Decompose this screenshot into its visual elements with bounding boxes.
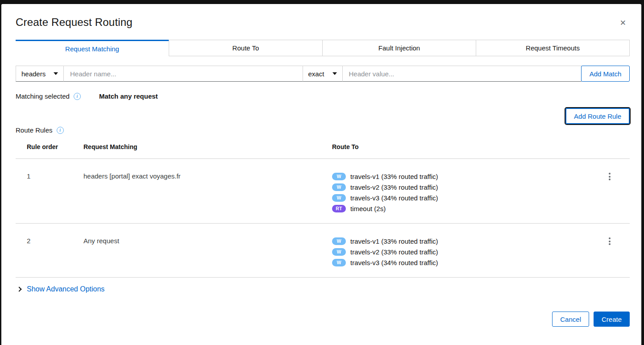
show-advanced-options-link[interactable]: Show Advanced Options bbox=[27, 285, 104, 293]
column-header-request-matching: Request Matching bbox=[83, 143, 332, 150]
rule-order-cell: 1 bbox=[16, 171, 83, 214]
route-entry: W travels-v3 (34% routed traffic) bbox=[332, 192, 590, 203]
weight-badge: W bbox=[332, 259, 346, 266]
weight-badge: W bbox=[332, 173, 346, 180]
tab-label: Request Matching bbox=[65, 45, 119, 53]
route-entry: W travels-v2 (33% routed traffic) bbox=[332, 246, 590, 257]
info-icon[interactable]: i bbox=[57, 127, 64, 134]
chevron-down-icon bbox=[54, 72, 58, 75]
advanced-options-row: Show Advanced Options bbox=[16, 285, 630, 293]
page-title: Create Request Routing bbox=[16, 16, 630, 29]
header-value-input[interactable] bbox=[342, 66, 582, 82]
route-entry: W travels-v1 (33% routed traffic) bbox=[332, 171, 590, 182]
modal-footer: Cancel Create bbox=[16, 312, 630, 327]
route-entry: W travels-v3 (34% routed traffic) bbox=[332, 257, 590, 268]
matching-selected-value: Match any request bbox=[99, 92, 158, 100]
add-route-rule-button[interactable]: Add Route Rule bbox=[565, 108, 630, 124]
route-entry-text: travels-v2 (33% routed traffic) bbox=[350, 248, 438, 256]
kebab-menu-icon[interactable] bbox=[605, 236, 614, 247]
tab-request-matching[interactable]: Request Matching bbox=[16, 40, 169, 56]
route-entry: RT timeout (2s) bbox=[332, 203, 590, 214]
match-builder: headers exact Add Match bbox=[16, 66, 630, 82]
weight-badge: W bbox=[332, 237, 346, 245]
dialog-backdrop: Create Request Routing ✕ Request Matchin… bbox=[0, 0, 644, 345]
table-row: 2 Any request W travels-v1 (33% routed t… bbox=[16, 224, 630, 278]
chevron-down-icon bbox=[332, 72, 337, 75]
tab-fault-injection[interactable]: Fault Injection bbox=[322, 40, 476, 56]
header-name-input[interactable] bbox=[63, 66, 303, 82]
route-entry-text: travels-v3 (34% routed traffic) bbox=[350, 194, 438, 202]
route-entry-text: travels-v3 (34% routed traffic) bbox=[350, 259, 438, 266]
route-rules-heading: Route Rules i bbox=[16, 126, 630, 134]
weight-badge: W bbox=[332, 183, 346, 191]
request-matching-cell: headers [portal] exact voyages.fr bbox=[83, 171, 332, 214]
tab-label: Request Timeouts bbox=[526, 44, 580, 52]
table-header-row: Rule order Request Matching Route To bbox=[16, 143, 630, 159]
tab-request-timeouts[interactable]: Request Timeouts bbox=[476, 40, 630, 56]
weight-badge: W bbox=[332, 248, 346, 256]
info-icon[interactable]: i bbox=[74, 93, 81, 100]
route-to-cell: W travels-v1 (33% routed traffic) W trav… bbox=[332, 171, 590, 214]
column-header-actions bbox=[590, 143, 630, 150]
match-category-select[interactable]: headers bbox=[16, 66, 64, 82]
request-timeout-badge: RT bbox=[332, 205, 346, 212]
column-header-rule-order: Rule order bbox=[16, 143, 83, 150]
route-entry-text: travels-v1 (33% routed traffic) bbox=[350, 173, 438, 180]
route-to-cell: W travels-v1 (33% routed traffic) W trav… bbox=[332, 236, 590, 268]
match-operator-select[interactable]: exact bbox=[303, 66, 343, 82]
route-entry-text: travels-v1 (33% routed traffic) bbox=[350, 237, 438, 245]
column-header-route-to: Route To bbox=[332, 143, 590, 150]
tab-label: Fault Injection bbox=[378, 44, 420, 52]
route-entry: W travels-v1 (33% routed traffic) bbox=[332, 236, 590, 246]
create-request-routing-modal: Create Request Routing ✕ Request Matchin… bbox=[1, 4, 641, 345]
match-operator-value: exact bbox=[308, 70, 324, 78]
close-icon[interactable]: ✕ bbox=[620, 19, 626, 27]
tab-route-to[interactable]: Route To bbox=[169, 40, 322, 56]
cancel-button[interactable]: Cancel bbox=[552, 312, 589, 327]
route-entry-text: travels-v2 (33% routed traffic) bbox=[350, 183, 438, 191]
chevron-right-icon[interactable] bbox=[17, 287, 21, 291]
request-matching-cell: Any request bbox=[83, 236, 332, 268]
kebab-menu-icon[interactable] bbox=[605, 171, 614, 183]
tab-label: Route To bbox=[233, 44, 259, 52]
weight-badge: W bbox=[332, 194, 346, 202]
matching-selected-label: Matching selected bbox=[16, 92, 70, 100]
route-entry-text: timeout (2s) bbox=[350, 205, 386, 212]
matching-selected-row: Matching selected i Match any request bbox=[16, 92, 630, 100]
wizard-tabs: Request Matching Route To Fault Injectio… bbox=[16, 40, 630, 56]
table-row: 1 headers [portal] exact voyages.fr W tr… bbox=[16, 159, 630, 224]
route-rules-table: Rule order Request Matching Route To 1 h… bbox=[16, 143, 630, 278]
add-match-button[interactable]: Add Match bbox=[581, 66, 630, 82]
route-rules-title: Route Rules bbox=[16, 126, 53, 134]
match-category-value: headers bbox=[21, 70, 46, 78]
route-entry: W travels-v2 (33% routed traffic) bbox=[332, 182, 590, 192]
create-button[interactable]: Create bbox=[594, 312, 630, 327]
rule-order-cell: 2 bbox=[16, 236, 83, 268]
